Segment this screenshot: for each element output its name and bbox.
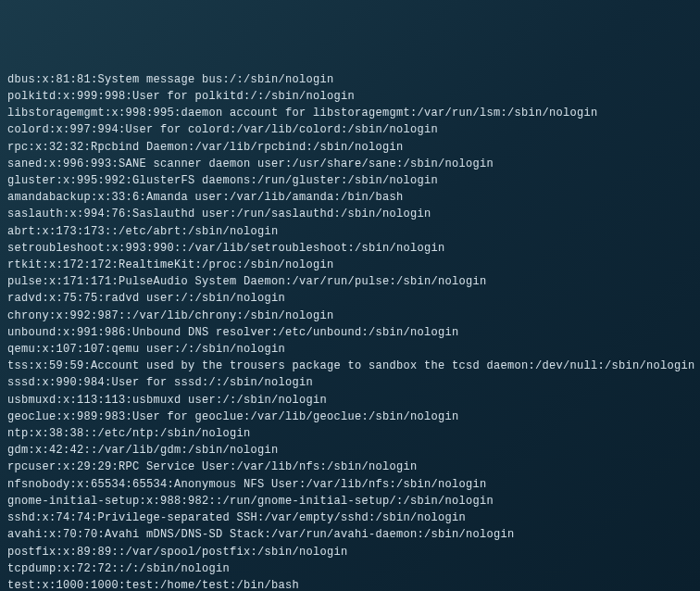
passwd-line: setroubleshoot:x:993:990::/var/lib/setro… — [7, 240, 700, 257]
passwd-line: avahi:x:70:70:Avahi mDNS/DNS-SD Stack:/v… — [7, 526, 700, 543]
passwd-line: test:x:1000:1000:test:/home/test:/bin/ba… — [7, 577, 700, 591]
passwd-line: rtkit:x:172:172:RealtimeKit:/proc:/sbin/… — [7, 257, 700, 273]
passwd-line: rpc:x:32:32:Rpcbind Daemon:/var/lib/rpcb… — [7, 139, 700, 156]
passwd-line: geoclue:x:989:983:User for geoclue:/var/… — [7, 409, 700, 425]
passwd-line: unbound:x:991:986:Unbound DNS resolver:/… — [7, 324, 700, 341]
passwd-line: libstoragemgmt:x:998:995:daemon account … — [7, 105, 700, 121]
passwd-line: gdm:x:42:42::/var/lib/gdm:/sbin/nologin — [7, 442, 700, 459]
passwd-line: nfsnobody:x:65534:65534:Anonymous NFS Us… — [7, 476, 700, 493]
passwd-line: ntp:x:38:38::/etc/ntp:/sbin/nologin — [7, 425, 700, 442]
passwd-line: dbus:x:81:81:System message bus:/:/sbin/… — [7, 71, 700, 88]
passwd-line: postfix:x:89:89::/var/spool/postfix:/sbi… — [7, 544, 700, 560]
passwd-line: rpcuser:x:29:29:RPC Service User:/var/li… — [7, 459, 700, 475]
passwd-line: colord:x:997:994:User for colord:/var/li… — [7, 121, 700, 138]
passwd-line: abrt:x:173:173::/etc/abrt:/sbin/nologin — [7, 223, 700, 240]
passwd-line: gluster:x:995:992:GlusterFS daemons:/run… — [7, 172, 700, 189]
passwd-line: radvd:x:75:75:radvd user:/:/sbin/nologin — [7, 290, 700, 307]
passwd-line: saned:x:996:993:SANE scanner daemon user… — [7, 156, 700, 172]
passwd-line: polkitd:x:999:998:User for polkitd:/:/sb… — [7, 88, 700, 105]
passwd-line: amandabackup:x:33:6:Amanda user:/var/lib… — [7, 189, 700, 206]
terminal-output: dbus:x:81:81:System message bus:/:/sbin/… — [7, 71, 700, 591]
passwd-line: usbmuxd:x:113:113:usbmuxd user:/:/sbin/n… — [7, 392, 700, 409]
passwd-line: gnome-initial-setup:x:988:982::/run/gnom… — [7, 493, 700, 509]
passwd-line: sssd:x:990:984:User for sssd:/:/sbin/nol… — [7, 374, 700, 391]
passwd-line: tss:x:59:59:Account used by the trousers… — [7, 358, 700, 374]
passwd-line: chrony:x:992:987::/var/lib/chrony:/sbin/… — [7, 308, 700, 324]
passwd-line: qemu:x:107:107:qemu user:/:/sbin/nologin — [7, 341, 700, 358]
passwd-line: tcpdump:x:72:72::/:/sbin/nologin — [7, 560, 700, 577]
passwd-line: saslauth:x:994:76:Saslauthd user:/run/sa… — [7, 206, 700, 222]
passwd-line: sshd:x:74:74:Privilege-separated SSH:/va… — [7, 509, 700, 526]
passwd-line: pulse:x:171:171:PulseAudio System Daemon… — [7, 273, 700, 290]
